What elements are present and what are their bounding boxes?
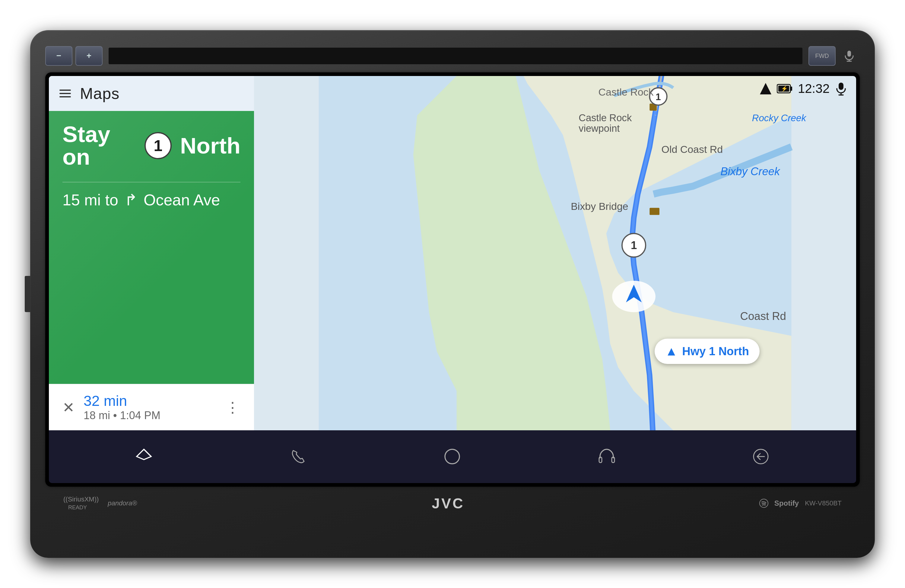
cancel-navigation-button[interactable]: ✕ <box>62 399 75 416</box>
road-name: Hwy 1 North <box>682 345 749 358</box>
audio-button[interactable] <box>589 439 625 475</box>
home-button[interactable] <box>434 439 471 475</box>
navigation-card: Stay on 1 North 15 mi to ↰ Ocean Ave <box>49 111 254 384</box>
trip-details: 32 min 18 mi • 1:04 PM <box>84 393 225 422</box>
svg-text:1: 1 <box>631 239 637 252</box>
volume-up-button[interactable]: + <box>75 46 103 66</box>
jvc-brand-logo: JVC <box>432 495 464 512</box>
headphones-icon <box>597 447 617 466</box>
bottom-navigation-bar <box>49 430 856 483</box>
device-bottom-bar: ((SiriusXM))READY pandora® JVC Spotify K… <box>45 491 860 515</box>
main-screen: Maps Stay on 1 North 15 mi to <box>49 76 856 483</box>
svg-rect-25 <box>838 82 843 90</box>
home-icon <box>443 447 462 466</box>
trip-duration: 32 min <box>84 393 225 409</box>
siriusxm-label: ((SiriusXM))READY <box>64 495 98 511</box>
side-button-left[interactable] <box>25 276 30 312</box>
trip-info-bar: ✕ 32 min 18 mi • 1:04 PM ⋮ <box>49 384 254 430</box>
clock-display: 12:32 <box>798 81 830 96</box>
mic-button-top[interactable] <box>838 45 860 67</box>
brand-right: Spotify KW-V850BT <box>759 499 841 508</box>
screen-content: Maps Stay on 1 North 15 mi to <box>49 76 856 430</box>
svg-rect-22 <box>791 87 792 91</box>
eject-button[interactable]: FWD <box>808 46 836 66</box>
device-top-bar: − + FWD <box>45 42 860 69</box>
svg-rect-5 <box>649 208 659 215</box>
phone-icon <box>288 447 308 466</box>
current-road-label: ▲ Hwy 1 North <box>655 339 760 364</box>
settings-button[interactable] <box>743 439 779 475</box>
svg-text:Castle Rock: Castle Rock <box>579 112 632 123</box>
map-view[interactable]: 1 1 Castle Rock Castle Rock viewpoi <box>254 76 856 430</box>
nav-distance-info: 15 mi to ↰ Ocean Ave <box>62 182 240 217</box>
svg-text:viewpoint: viewpoint <box>579 123 620 134</box>
svg-text:Rocky Creek: Rocky Creek <box>752 113 807 123</box>
hamburger-menu-button[interactable] <box>59 90 71 97</box>
instruction-suffix: North <box>180 133 240 158</box>
app-title: Maps <box>80 84 119 103</box>
svg-text:Old Coast Rd: Old Coast Rd <box>662 144 723 155</box>
signal-icon <box>760 82 772 95</box>
instruction-prefix: Stay on <box>62 123 136 168</box>
mic-icon <box>835 82 847 95</box>
route-number-badge: 1 <box>144 132 171 159</box>
svg-text:Castle Rock: Castle Rock <box>599 86 654 98</box>
screen-bezel: Maps Stay on 1 North 15 mi to <box>45 72 860 487</box>
disc-slot <box>109 48 802 64</box>
model-number: KW-V850BT <box>805 499 841 507</box>
volume-down-button[interactable]: − <box>45 46 72 66</box>
battery-icon: ⚡ <box>777 83 792 94</box>
svg-point-28 <box>445 449 459 464</box>
nav-instruction: Stay on 1 North <box>62 123 240 168</box>
svg-rect-0 <box>847 51 851 57</box>
car-stereo-unit: − + FWD <box>30 30 875 558</box>
svg-text:⚡: ⚡ <box>781 86 788 92</box>
svg-text:Coast Rd: Coast Rd <box>740 310 786 322</box>
trip-meta: 18 mi • 1:04 PM <box>84 409 225 422</box>
back-icon <box>751 447 771 466</box>
nav-arrow-icon: ▲ <box>665 344 678 358</box>
svg-marker-20 <box>760 83 772 94</box>
spotify-label: Spotify <box>774 499 799 507</box>
svg-text:1: 1 <box>656 92 660 102</box>
map-svg: 1 1 Castle Rock Castle Rock viewpoi <box>254 76 856 430</box>
more-options-button[interactable]: ⋮ <box>225 399 240 416</box>
svg-text:Bixby Creek: Bixby Creek <box>720 165 780 178</box>
status-bar: ⚡ 12:32 <box>751 76 856 101</box>
phone-button[interactable] <box>280 439 316 475</box>
turn-icon: ↰ <box>124 191 138 209</box>
spotify-icon <box>759 499 768 508</box>
svg-text:Bixby Bridge: Bixby Bridge <box>571 201 629 212</box>
brand-left: ((SiriusXM))READY pandora® <box>64 495 137 511</box>
navigation-icon <box>134 447 154 466</box>
distance-text: 15 mi to <box>62 191 118 209</box>
pandora-label: pandora® <box>108 499 137 507</box>
nav-maps-button[interactable] <box>126 439 162 475</box>
street-name: Ocean Ave <box>144 191 220 209</box>
left-panel: Maps Stay on 1 North 15 mi to <box>49 76 254 430</box>
map-header: Maps <box>49 76 254 111</box>
